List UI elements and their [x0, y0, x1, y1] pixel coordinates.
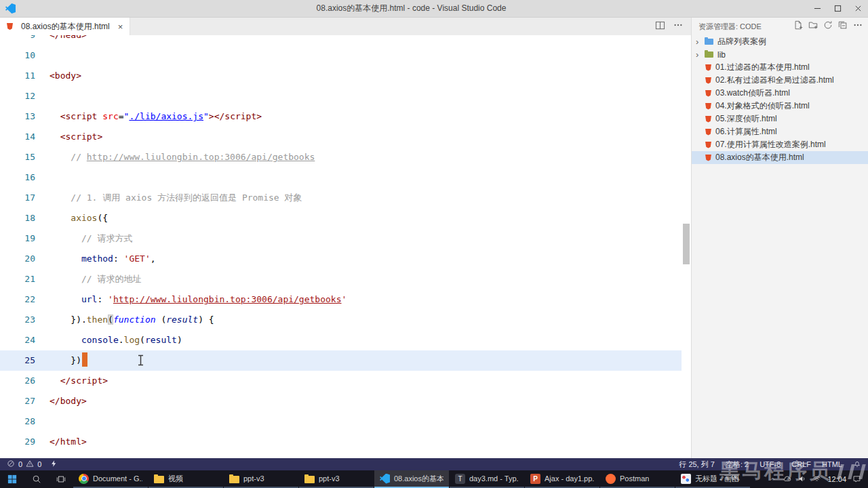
code-content: axios({ — [35, 208, 108, 228]
taskbar-app-5[interactable]: 08.axios的基本... — [374, 470, 449, 488]
clock[interactable]: 12:04 — [827, 475, 846, 483]
code-token: ({ — [97, 213, 108, 223]
taskbar-app-4[interactable]: ppt-v3 — [299, 470, 374, 488]
code-content: // http://www.liulongbin.top:3006/api/ge… — [35, 147, 315, 167]
editor-block-cursor — [82, 352, 87, 367]
explorer-item-5[interactable]: 03.watch侦听器.html — [692, 87, 868, 100]
code-line-18[interactable]: 18 axios({ — [0, 208, 682, 228]
statusbar-item-5[interactable]: HTML — [822, 460, 842, 468]
line-number: 11 — [0, 66, 35, 86]
task-view-icon[interactable] — [49, 470, 73, 488]
code-line-11[interactable]: 11<body> — [0, 66, 682, 86]
code-line-22[interactable]: 22 url: 'http://www.liulongbin.top:3006/… — [0, 289, 682, 310]
taskbar-app-8[interactable]: Postman — [600, 470, 675, 488]
code-line-23[interactable]: 23 }).then(function (result) { — [0, 310, 682, 330]
new-folder-icon[interactable] — [808, 20, 818, 33]
code-editor[interactable]: 9</head>1011<body>1213 <script src="./li… — [0, 35, 691, 458]
code-line-12[interactable]: 12 — [0, 86, 682, 106]
taskbar-app-label: 视频 — [168, 474, 183, 484]
more-actions-icon[interactable] — [673, 20, 683, 33]
code-line-29[interactable]: 29</html> — [0, 432, 682, 452]
explorer-header: 资源管理器: CODE — [698, 22, 793, 32]
code-line-24[interactable]: 24 console.log(result) — [0, 330, 682, 350]
code-content: </script> — [35, 371, 108, 391]
code-token: <script> — [60, 131, 103, 142]
html-file-icon — [705, 103, 711, 110]
code-token — [50, 131, 60, 142]
views-more-icon[interactable] — [853, 20, 863, 33]
search-icon[interactable] — [24, 470, 49, 488]
html-file-icon — [705, 142, 711, 148]
tray-chevron-up-icon[interactable] — [769, 475, 776, 484]
code-line-21[interactable]: 21 // 请求的地址 — [0, 269, 682, 289]
split-editor-icon[interactable] — [655, 20, 665, 33]
taskbar-app-2[interactable]: 视频 — [149, 470, 223, 488]
network-icon[interactable] — [812, 474, 821, 485]
code-line-16[interactable]: 16 — [0, 167, 682, 188]
code-content — [35, 86, 50, 106]
code-line-26[interactable]: 26 </script> — [0, 371, 682, 391]
taskbar-app-6[interactable]: day3.md - Typ... — [450, 470, 524, 488]
explorer-item-3[interactable]: 01.过滤器的基本使用.html — [692, 61, 868, 74]
problems-indicator[interactable]: 0 0 — [7, 460, 58, 469]
collapse-all-icon[interactable] — [838, 20, 848, 33]
editor-scrollbar[interactable] — [682, 35, 691, 458]
line-number: 23 — [0, 310, 35, 330]
code-content: </html> — [35, 432, 87, 452]
refresh-icon[interactable] — [823, 20, 833, 33]
statusbar-item-2[interactable]: 空格: 2 — [726, 460, 749, 470]
statusbar-item-4[interactable]: CRLF — [791, 460, 811, 468]
tab-close-icon[interactable]: × — [118, 22, 123, 32]
zap-icon[interactable] — [50, 460, 58, 469]
explorer-header-bar: 资源管理器: CODE — [692, 18, 868, 35]
maximize-button[interactable] — [827, 0, 848, 17]
explorer-item-4[interactable]: 02.私有过滤器和全局过滤器.html — [692, 74, 868, 87]
code-token: > — [209, 111, 214, 121]
line-number: 29 — [0, 432, 35, 452]
explorer-item-9[interactable]: 07.使用计算属性改造案例.html — [692, 138, 868, 151]
taskbar-app-3[interactable]: ppt-v3 — [224, 470, 298, 488]
volume-icon[interactable] — [797, 474, 806, 485]
code-line-17[interactable]: 17 // 1. 调用 axios 方法得到的返回值是 Promise 对象 — [0, 188, 682, 208]
editor-lines: 9</head>1011<body>1213 <script src="./li… — [0, 35, 682, 452]
code-token — [50, 375, 60, 386]
code-line-15[interactable]: 15 // http://www.liulongbin.top:3006/api… — [0, 147, 682, 167]
explorer-item-2[interactable]: ›lib — [692, 48, 868, 61]
notification-center-icon[interactable] — [852, 474, 861, 485]
code-content: }).then(function (result) { — [35, 310, 214, 330]
new-file-icon[interactable] — [793, 20, 803, 33]
explorer-item-10[interactable]: 08.axios的基本使用.html — [692, 151, 868, 164]
code-line-19[interactable]: 19 // 请求方式 — [0, 228, 682, 249]
tab-08-axios[interactable]: 08.axios的基本使用.html × — [0, 18, 130, 35]
code-line-28[interactable]: 28 — [0, 411, 682, 432]
taskbar-app-1[interactable]: Document - G... — [73, 470, 148, 488]
html-file-icon — [705, 64, 711, 71]
cloud-icon[interactable] — [783, 474, 791, 485]
statusbar-item-3[interactable]: UTF-8 — [760, 460, 781, 468]
line-number: 22 — [0, 289, 35, 310]
start-button[interactable] — [0, 470, 24, 488]
scrollbar-thumb[interactable] — [683, 224, 690, 264]
explorer-item-6[interactable]: 04.对象格式的侦听器.html — [692, 100, 868, 113]
code-line-9[interactable]: 9</head> — [0, 35, 682, 45]
code-content: method: 'GET', — [35, 249, 156, 269]
explorer-item-7[interactable]: 05.深度侦听.html — [692, 113, 868, 125]
code-token — [50, 335, 81, 345]
minimize-button[interactable] — [807, 0, 827, 17]
code-line-10[interactable]: 10 — [0, 45, 682, 66]
code-line-13[interactable]: 13 <script src="./lib/axios.js"></script… — [0, 106, 682, 127]
vscode-window: 08.axios的基本使用.html - code - Visual Studi… — [0, 0, 868, 488]
code-line-27[interactable]: 27</body> — [0, 391, 682, 411]
taskbar-app-9[interactable]: 无标题 - 画图 — [675, 470, 750, 488]
vscode-icon — [380, 474, 390, 484]
code-line-25[interactable]: 25 }) — [0, 350, 682, 371]
close-button[interactable] — [848, 0, 868, 17]
taskbar-app-7[interactable]: Ajax - day1.pp... — [525, 470, 599, 488]
line-number: 17 — [0, 188, 35, 208]
code-line-14[interactable]: 14 <script> — [0, 127, 682, 147]
statusbar-item-1[interactable]: 行 25, 列 7 — [679, 460, 715, 470]
bell-icon[interactable] — [853, 460, 861, 469]
explorer-item-1[interactable]: ›品牌列表案例 — [692, 35, 868, 48]
code-line-20[interactable]: 20 method: 'GET', — [0, 249, 682, 269]
explorer-item-8[interactable]: 06.计算属性.html — [692, 125, 868, 138]
